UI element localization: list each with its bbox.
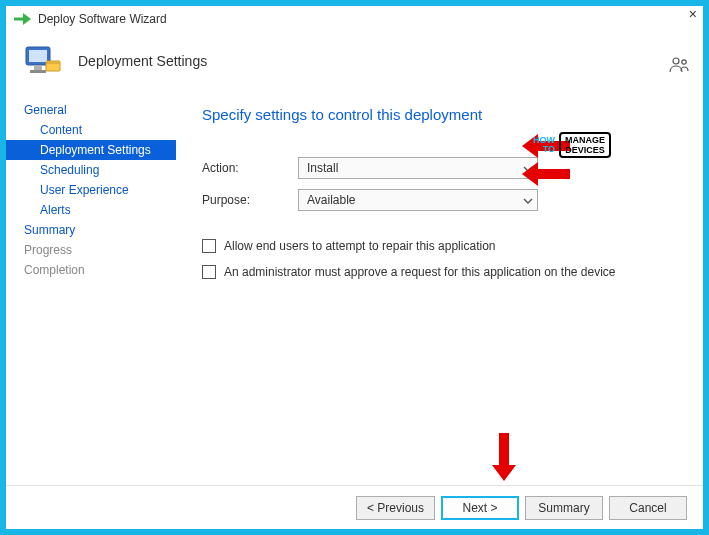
sidebar-item-user-experience[interactable]: User Experience [6,180,176,200]
users-icon [669,56,689,77]
watermark: HOWTO MANAGE DEVICES [533,132,611,158]
sidebar-item-deployment-settings[interactable]: Deployment Settings [6,140,176,160]
computer-deploy-icon [22,41,62,81]
titlebar: Deploy Software Wizard × [6,6,703,32]
wizard-window: Deploy Software Wizard × Deployment Sett… [0,0,709,535]
repair-checkbox-row: Allow end users to attempt to repair thi… [202,239,683,253]
action-select[interactable]: Install [298,157,538,179]
purpose-label: Purpose: [202,193,298,207]
watermark-manage: MANAGE [565,135,605,145]
approve-checkbox-row: An administrator must approve a request … [202,265,683,279]
content-panel: Specify settings to control this deploym… [176,94,703,485]
sidebar-item-completion: Completion [6,260,176,280]
next-button[interactable]: Next > [441,496,519,520]
repair-checkbox-label: Allow end users to attempt to repair thi… [224,239,495,253]
svg-point-6 [682,60,686,64]
sidebar: General Content Deployment Settings Sche… [6,94,176,485]
purpose-select[interactable]: Available [298,189,538,211]
close-icon[interactable]: × [689,6,697,22]
approve-checkbox[interactable] [202,265,216,279]
approve-checkbox-label: An administrator must approve a request … [224,265,616,279]
sidebar-item-progress: Progress [6,240,176,260]
window-title: Deploy Software Wizard [38,12,167,26]
watermark-box: MANAGE DEVICES [559,132,611,158]
sidebar-item-scheduling[interactable]: Scheduling [6,160,176,180]
sidebar-group-general[interactable]: General [6,100,176,120]
action-label: Action: [202,161,298,175]
sidebar-item-alerts[interactable]: Alerts [6,200,176,220]
action-value: Install [307,161,338,175]
svg-rect-3 [30,70,46,73]
svg-rect-1 [29,50,47,62]
watermark-devices: DEVICES [565,145,605,155]
summary-button[interactable]: Summary [525,496,603,520]
purpose-row: Purpose: Available [202,189,683,211]
header: Deployment Settings [6,32,703,94]
wizard-icon [14,12,32,26]
sidebar-group-summary[interactable]: Summary [6,220,176,240]
svg-point-5 [673,58,679,64]
annotation-arrow-purpose [522,166,570,182]
purpose-value: Available [307,193,355,207]
previous-button[interactable]: < Previous [356,496,435,520]
repair-checkbox[interactable] [202,239,216,253]
svg-rect-2 [34,65,42,70]
cancel-button[interactable]: Cancel [609,496,687,520]
page-title: Deployment Settings [78,53,207,69]
annotation-arrow-next [496,433,512,481]
chevron-down-icon [523,195,533,206]
action-row: Action: Install [202,157,683,179]
content-heading: Specify settings to control this deploym… [202,106,683,123]
footer: < Previous Next > Summary Cancel [6,485,703,529]
watermark-howto: HOWTO [533,136,555,154]
sidebar-item-content[interactable]: Content [6,120,176,140]
